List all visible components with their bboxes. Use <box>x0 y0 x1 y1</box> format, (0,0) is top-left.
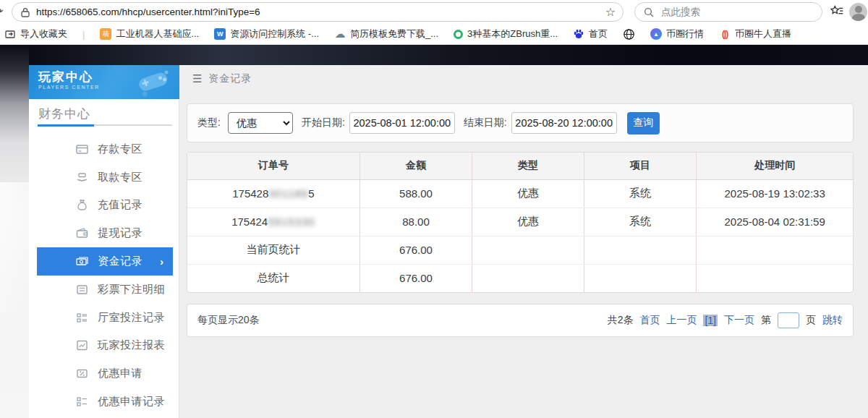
sidebar-item-label: 取款专区 <box>98 171 142 184</box>
sidebar-item-promo-apply-record[interactable]: 优惠申请记录 <box>37 388 173 416</box>
sidebar-item-withdraw-area[interactable]: 取款专区 <box>37 163 173 192</box>
sidebar-item-label: 厅室投注记录 <box>98 311 165 325</box>
favorites-list-icon[interactable] <box>829 4 845 20</box>
deposit-card-icon <box>76 143 88 155</box>
url-text[interactable]: https://658065.com/hhcp/usercenter.html?… <box>36 7 605 17</box>
sidebar-item-player-bet-report[interactable]: 玩家投注报表 <box>37 332 173 360</box>
browser-window: ⟳ https://658065.com/hhcp/usercenter.htm… <box>0 0 868 418</box>
search-icon <box>644 7 654 17</box>
bookmark-item[interactable]: (|) 币圈牛人直播 <box>719 27 791 40</box>
type-cell: 优惠 <box>472 179 584 208</box>
bookmarks-bar: 导入收藏夹 | 萌 工业机器人基础应... W 资源访问控制系统 -... ☁ … <box>0 24 868 45</box>
end-date-label: 结束日期: <box>464 116 507 129</box>
bookmark-label: 首页 <box>589 27 608 40</box>
order-prefix: 175424 <box>231 216 268 228</box>
stats-label-cell: 总统计 <box>187 264 359 292</box>
section-underline <box>38 124 172 126</box>
globe-icon[interactable] <box>623 28 635 40</box>
sidebar-item-label: 优惠申请记录 <box>98 395 165 409</box>
web-page: 玩家中心 PLAYERS CENTER 财务中心 存款专区 取款专区 充值记录 <box>0 45 868 418</box>
import-favorites[interactable]: 导入收藏夹 <box>4 27 67 40</box>
withdraw-hand-icon <box>76 171 88 184</box>
bookmark-item[interactable]: ▲ 币圈行情 <box>650 27 704 40</box>
bookmark-item[interactable]: ☁ 简历模板免费下载_... <box>334 27 438 40</box>
order-masked: 5915330 <box>268 216 315 228</box>
col-order-no: 订单号 <box>187 153 359 179</box>
chevron-right-icon: › <box>160 255 163 268</box>
amount-cell: 588.00 <box>359 179 472 208</box>
first-page-link[interactable]: 首页 <box>639 314 660 327</box>
address-bar[interactable]: https://658065.com/hhcp/usercenter.html?… <box>12 2 624 22</box>
next-page-link[interactable]: 下一页 <box>724 314 754 327</box>
end-date-input[interactable] <box>511 112 617 134</box>
lock-icon <box>21 7 30 17</box>
sidebar-item-hall-bet-record[interactable]: 厅室投注记录 <box>37 304 173 332</box>
gamepad-icon <box>135 68 172 97</box>
refresh-icon[interactable]: ⟳ <box>0 5 7 18</box>
type-label: 类型: <box>197 116 221 129</box>
import-favorites-label: 导入收藏夹 <box>20 27 67 40</box>
start-date-label: 开始日期: <box>302 116 345 129</box>
report-chart-icon <box>76 339 88 351</box>
profile-avatar[interactable] <box>849 3 867 21</box>
col-amount: 金额 <box>359 153 472 179</box>
bookmark-label: 币圈牛人直播 <box>735 27 791 40</box>
prev-page-link[interactable]: 上一页 <box>666 314 697 327</box>
project-cell: 系统 <box>584 208 696 236</box>
start-date-input[interactable] <box>349 112 455 134</box>
order-no-cell: 1754283011895 <box>187 179 359 208</box>
stats-amount-cell: 676.00 <box>359 236 472 264</box>
sidebar-item-recharge-record[interactable]: 充值记录 <box>37 192 173 220</box>
sidebar-item-withdrawal-record[interactable]: 提现记录 <box>37 219 173 247</box>
menu-toggle-icon[interactable]: ☰ <box>192 72 202 85</box>
type-cell: 优惠 <box>472 208 584 236</box>
bookmarks-separator: | <box>82 29 85 40</box>
page-title: 资金记录 <box>208 72 252 85</box>
moneybag-icon <box>76 199 88 211</box>
records-table-panel: 订单号 金额 类型 项目 处理时间 1754283011895 588.00 优… <box>187 152 854 293</box>
bookmark-item[interactable]: 萌 工业机器人基础应... <box>100 27 199 40</box>
bookmark-item[interactable]: W 资源访问控制系统 -... <box>214 27 319 40</box>
jump-link[interactable]: 跳转 <box>822 314 843 327</box>
search-box[interactable]: 点此搜索 <box>634 2 822 22</box>
empty-cell <box>697 264 853 292</box>
empty-cell <box>584 264 696 292</box>
query-button[interactable]: 查询 <box>627 112 660 135</box>
order-prefix: 175428 <box>232 187 268 200</box>
sidebar-item-promo-apply[interactable]: 优惠申请 <box>37 359 173 388</box>
record-list-icon <box>76 396 88 408</box>
bookmark-star-icon[interactable]: ☆ <box>605 5 616 19</box>
stats-label-cell: 当前页统计 <box>187 236 359 264</box>
page-prefix-label: 第 <box>761 314 771 327</box>
browser-toolbar: ⟳ https://658065.com/hhcp/usercenter.htm… <box>0 0 868 24</box>
coin-chart-icon: ▲ <box>650 28 662 40</box>
wiki-badge-icon: W <box>214 28 226 40</box>
page-number-input[interactable] <box>778 312 799 328</box>
cloud-icon: ☁ <box>334 28 346 40</box>
sidebar-item-funds-record[interactable]: 资金记录 › <box>37 247 173 276</box>
col-process-time: 处理时间 <box>697 153 853 179</box>
table-row: 1754245915330 88.00 优惠 系统 2025-08-04 02:… <box>187 208 853 236</box>
coupon-icon <box>76 367 88 380</box>
project-cell: 系统 <box>584 179 696 208</box>
content-header: ☰ 资金记录 <box>192 72 252 85</box>
sidebar-item-lottery-bet-detail[interactable]: 彩票下注明细 <box>37 276 173 304</box>
col-type: 类型 <box>472 153 584 179</box>
bookmark-item[interactable]: 3种基本的ZBrush重... <box>454 27 558 40</box>
sidebar-item-label: 资金记录 <box>98 255 142 268</box>
search-placeholder[interactable]: 点此搜索 <box>661 6 700 19</box>
type-select[interactable]: 优惠 <box>228 112 293 134</box>
finance-center-heading: 财务中心 <box>38 106 90 122</box>
live-broadcast-icon: (|) <box>719 28 731 40</box>
col-project: 项目 <box>584 153 696 179</box>
bookmark-item[interactable]: 首页 <box>573 27 608 40</box>
empty-cell <box>697 236 853 264</box>
sidebar-item-deposit[interactable]: 存款专区 <box>37 135 173 163</box>
sidebar-item-label: 充值记录 <box>98 198 142 212</box>
bookmark-label: 简历模板免费下载_... <box>350 27 438 40</box>
time-cell: 2025-08-19 13:02:33 <box>697 179 853 208</box>
sidebar-item-label: 提现记录 <box>98 226 142 240</box>
bookmark-label: 3种基本的ZBrush重... <box>467 27 558 40</box>
ring-icon <box>454 30 463 39</box>
order-masked: 301189 <box>268 187 308 200</box>
